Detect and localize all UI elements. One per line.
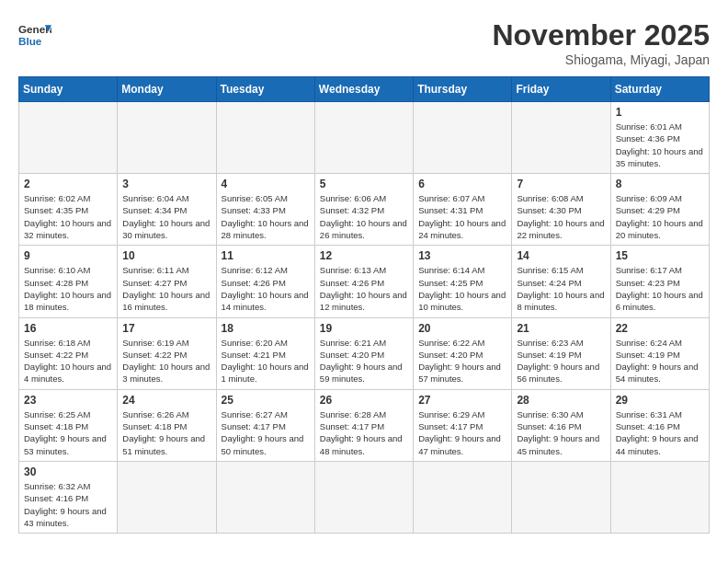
calendar-cell: [414, 102, 512, 174]
day-number: 19: [320, 322, 408, 335]
calendar-cell: 17Sunrise: 6:19 AMSunset: 4:22 PMDayligh…: [118, 317, 216, 389]
day-info: Sunrise: 6:22 AMSunset: 4:20 PMDaylight:…: [418, 337, 506, 385]
day-info: Sunrise: 6:29 AMSunset: 4:17 PMDaylight:…: [418, 408, 506, 457]
day-info: Sunrise: 6:11 AMSunset: 4:27 PMDaylight:…: [122, 264, 210, 313]
day-info: Sunrise: 6:13 AMSunset: 4:26 PMDaylight:…: [320, 264, 408, 313]
calendar-cell: 27Sunrise: 6:29 AMSunset: 4:17 PMDayligh…: [414, 389, 512, 461]
day-number: 30: [24, 465, 112, 478]
calendar-cell: 1Sunrise: 6:01 AMSunset: 4:36 PMDaylight…: [610, 102, 709, 174]
day-number: 6: [418, 178, 506, 190]
calendar-cell: [610, 461, 709, 533]
week-row-1: 1Sunrise: 6:01 AMSunset: 4:36 PMDaylight…: [19, 102, 710, 174]
calendar-cell: 9Sunrise: 6:10 AMSunset: 4:28 PMDaylight…: [19, 246, 118, 317]
day-number: 3: [122, 178, 210, 190]
day-number: 22: [616, 322, 704, 335]
calendar-cell: 22Sunrise: 6:24 AMSunset: 4:19 PMDayligh…: [610, 317, 709, 389]
calendar-cell: 18Sunrise: 6:20 AMSunset: 4:21 PMDayligh…: [216, 317, 314, 389]
calendar-cell: [216, 102, 314, 174]
day-info: Sunrise: 6:06 AMSunset: 4:32 PMDaylight:…: [320, 192, 408, 241]
calendar-cell: 2Sunrise: 6:02 AMSunset: 4:35 PMDaylight…: [19, 174, 118, 246]
day-info: Sunrise: 6:30 AMSunset: 4:16 PMDaylight:…: [517, 408, 605, 457]
day-number: 14: [517, 249, 605, 262]
calendar-cell: [216, 461, 314, 533]
calendar-cell: 15Sunrise: 6:17 AMSunset: 4:23 PMDayligh…: [610, 246, 709, 317]
calendar-cell: [118, 102, 216, 174]
day-info: Sunrise: 6:12 AMSunset: 4:26 PMDaylight:…: [222, 264, 310, 313]
svg-text:Blue: Blue: [18, 35, 42, 47]
day-info: Sunrise: 6:26 AMSunset: 4:18 PMDaylight:…: [122, 408, 210, 457]
day-number: 8: [616, 178, 704, 190]
location: Shiogama, Miyagi, Japan: [492, 52, 710, 67]
day-number: 12: [320, 249, 408, 262]
day-info: Sunrise: 6:21 AMSunset: 4:20 PMDaylight:…: [320, 337, 408, 385]
calendar-cell: 16Sunrise: 6:18 AMSunset: 4:22 PMDayligh…: [19, 317, 118, 389]
calendar-cell: [118, 461, 216, 533]
day-number: 25: [222, 394, 310, 407]
calendar-cell: 25Sunrise: 6:27 AMSunset: 4:17 PMDayligh…: [216, 389, 314, 461]
calendar-cell: [314, 102, 413, 174]
day-number: 2: [24, 178, 112, 190]
calendar-cell: [314, 461, 413, 533]
week-row-4: 16Sunrise: 6:18 AMSunset: 4:22 PMDayligh…: [19, 317, 710, 389]
logo-icon: General Blue: [18, 18, 51, 52]
day-number: 27: [418, 394, 506, 407]
day-info: Sunrise: 6:25 AMSunset: 4:18 PMDaylight:…: [24, 408, 112, 457]
calendar-cell: 30Sunrise: 6:32 AMSunset: 4:16 PMDayligh…: [19, 461, 118, 533]
weekday-friday: Friday: [512, 77, 610, 102]
calendar-cell: 23Sunrise: 6:25 AMSunset: 4:18 PMDayligh…: [19, 389, 118, 461]
calendar-cell: 11Sunrise: 6:12 AMSunset: 4:26 PMDayligh…: [216, 246, 314, 317]
day-number: 7: [517, 178, 605, 190]
day-number: 29: [616, 394, 704, 407]
calendar-cell: 24Sunrise: 6:26 AMSunset: 4:18 PMDayligh…: [118, 389, 216, 461]
calendar-cell: 6Sunrise: 6:07 AMSunset: 4:31 PMDaylight…: [414, 174, 512, 246]
weekday-monday: Monday: [118, 77, 216, 102]
day-info: Sunrise: 6:24 AMSunset: 4:19 PMDaylight:…: [616, 337, 704, 385]
calendar-cell: 19Sunrise: 6:21 AMSunset: 4:20 PMDayligh…: [314, 317, 413, 389]
svg-text:General: General: [18, 23, 51, 35]
logo: General Blue: [18, 18, 51, 52]
day-info: Sunrise: 6:09 AMSunset: 4:29 PMDaylight:…: [616, 192, 704, 241]
day-info: Sunrise: 6:05 AMSunset: 4:33 PMDaylight:…: [222, 192, 310, 241]
week-row-3: 9Sunrise: 6:10 AMSunset: 4:28 PMDaylight…: [19, 246, 710, 317]
day-number: 11: [222, 249, 310, 262]
calendar-cell: 13Sunrise: 6:14 AMSunset: 4:25 PMDayligh…: [414, 246, 512, 317]
calendar-cell: 20Sunrise: 6:22 AMSunset: 4:20 PMDayligh…: [414, 317, 512, 389]
title-block: November 2025 Shiogama, Miyagi, Japan: [492, 18, 710, 67]
calendar-cell: [414, 461, 512, 533]
day-info: Sunrise: 6:31 AMSunset: 4:16 PMDaylight:…: [616, 408, 704, 457]
day-number: 23: [24, 394, 112, 407]
day-number: 1: [616, 106, 704, 119]
day-info: Sunrise: 6:10 AMSunset: 4:28 PMDaylight:…: [24, 264, 112, 313]
day-number: 28: [517, 394, 605, 407]
day-info: Sunrise: 6:27 AMSunset: 4:17 PMDaylight:…: [222, 408, 310, 457]
day-number: 16: [24, 322, 112, 335]
week-row-5: 23Sunrise: 6:25 AMSunset: 4:18 PMDayligh…: [19, 389, 710, 461]
day-info: Sunrise: 6:04 AMSunset: 4:34 PMDaylight:…: [122, 192, 210, 241]
calendar-cell: 7Sunrise: 6:08 AMSunset: 4:30 PMDaylight…: [512, 174, 610, 246]
calendar-cell: 5Sunrise: 6:06 AMSunset: 4:32 PMDaylight…: [314, 174, 413, 246]
calendar-cell: 28Sunrise: 6:30 AMSunset: 4:16 PMDayligh…: [512, 389, 610, 461]
month-year: November 2025: [492, 18, 710, 52]
day-info: Sunrise: 6:14 AMSunset: 4:25 PMDaylight:…: [418, 264, 506, 313]
day-number: 4: [222, 178, 310, 190]
calendar-cell: 4Sunrise: 6:05 AMSunset: 4:33 PMDaylight…: [216, 174, 314, 246]
weekday-saturday: Saturday: [610, 77, 709, 102]
day-number: 13: [418, 249, 506, 262]
week-row-6: 30Sunrise: 6:32 AMSunset: 4:16 PMDayligh…: [19, 461, 710, 533]
calendar-cell: 8Sunrise: 6:09 AMSunset: 4:29 PMDaylight…: [610, 174, 709, 246]
day-info: Sunrise: 6:28 AMSunset: 4:17 PMDaylight:…: [320, 408, 408, 457]
calendar-cell: [512, 461, 610, 533]
calendar-cell: 10Sunrise: 6:11 AMSunset: 4:27 PMDayligh…: [118, 246, 216, 317]
day-info: Sunrise: 6:08 AMSunset: 4:30 PMDaylight:…: [517, 192, 605, 241]
day-info: Sunrise: 6:01 AMSunset: 4:36 PMDaylight:…: [616, 121, 704, 169]
day-number: 24: [122, 394, 210, 407]
day-number: 17: [122, 322, 210, 335]
calendar-cell: [512, 102, 610, 174]
calendar-cell: 21Sunrise: 6:23 AMSunset: 4:19 PMDayligh…: [512, 317, 610, 389]
weekday-sunday: Sunday: [19, 77, 118, 102]
calendar-cell: 29Sunrise: 6:31 AMSunset: 4:16 PMDayligh…: [610, 389, 709, 461]
week-row-2: 2Sunrise: 6:02 AMSunset: 4:35 PMDaylight…: [19, 174, 710, 246]
calendar-table: SundayMondayTuesdayWednesdayThursdayFrid…: [18, 76, 710, 534]
weekday-tuesday: Tuesday: [216, 77, 314, 102]
day-number: 20: [418, 322, 506, 335]
